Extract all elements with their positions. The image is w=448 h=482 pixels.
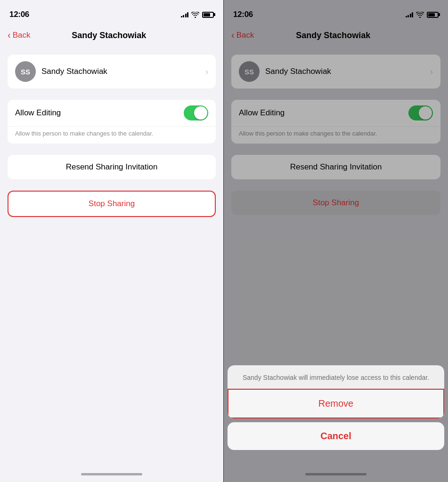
- remove-button[interactable]: Remove: [228, 389, 444, 418]
- back-chevron-left: ‹: [8, 30, 11, 40]
- action-sheet-group: Sandy Stachowiak will immediately lose a…: [228, 365, 444, 418]
- back-label-left: Back: [13, 31, 31, 40]
- right-screen: 12:06: [224, 0, 448, 482]
- nav-bar-left: ‹ Back Sandy Stachowiak: [0, 24, 223, 47]
- home-indicator-right: [224, 466, 448, 482]
- toggle-knob-left: [194, 106, 207, 120]
- signal-icon-left: [181, 12, 189, 17]
- back-button-left[interactable]: ‹ Back: [8, 30, 30, 40]
- status-bar-left: 12:06: [0, 0, 223, 24]
- allow-editing-label-left: Allow Editing: [15, 108, 184, 118]
- home-bar-left: [81, 473, 142, 475]
- cancel-button[interactable]: Cancel: [228, 422, 444, 450]
- battery-icon-left: [202, 12, 214, 18]
- content-left: SS Sandy Stachowiak › Allow Editing Allo…: [0, 47, 223, 466]
- action-sheet: Sandy Stachowiak will immediately lose a…: [228, 365, 444, 450]
- resend-invitation-button-left[interactable]: Resend Sharing Invitation: [8, 155, 216, 179]
- action-sheet-message: Sandy Stachowiak will immediately lose a…: [228, 365, 444, 389]
- action-sheet-overlay: Sandy Stachowiak will immediately lose a…: [224, 365, 448, 482]
- status-icons-left: [181, 12, 214, 18]
- allow-editing-toggle-left[interactable]: [184, 105, 208, 120]
- contact-card-left[interactable]: SS Sandy Stachowiak ›: [8, 55, 216, 88]
- home-bar-right: [305, 473, 367, 475]
- allow-editing-description-left: Allow this person to make changes to the…: [8, 127, 216, 144]
- settings-group-left: Allow Editing Allow this person to make …: [8, 100, 216, 144]
- home-indicator-left: [0, 466, 223, 482]
- allow-editing-row-left[interactable]: Allow Editing: [8, 100, 216, 127]
- chevron-right-left: ›: [205, 67, 208, 77]
- contact-name-left: Sandy Stachowiak: [41, 67, 205, 76]
- status-time-left: 12:06: [9, 10, 29, 19]
- contact-row-left[interactable]: SS Sandy Stachowiak ›: [8, 55, 216, 88]
- left-screen: 12:06 ‹ Back Sandy Stachowiak: [0, 0, 224, 482]
- stop-sharing-button-left[interactable]: Stop Sharing: [8, 191, 216, 217]
- nav-title-left: Sandy Stachowiak: [30, 31, 187, 40]
- wifi-icon-left: [191, 12, 199, 18]
- avatar-left: SS: [15, 61, 36, 82]
